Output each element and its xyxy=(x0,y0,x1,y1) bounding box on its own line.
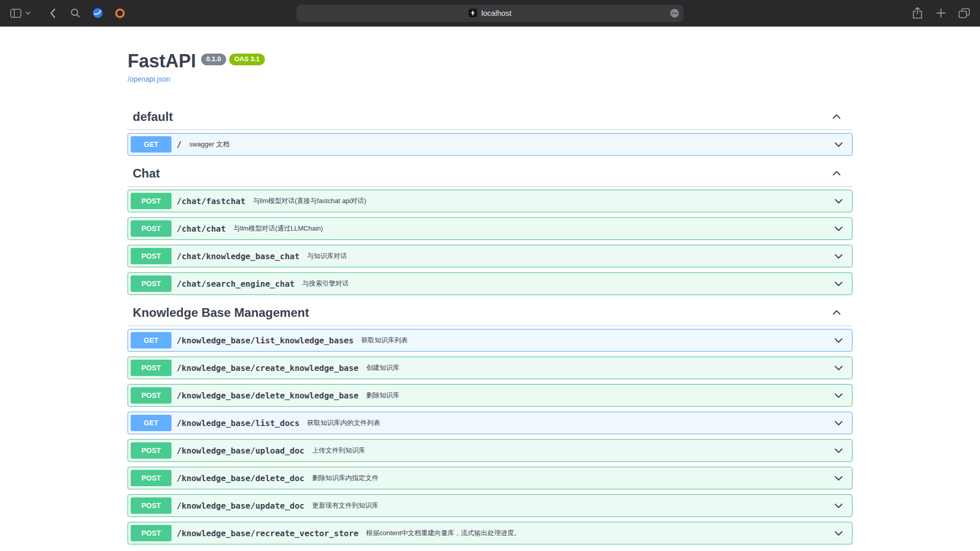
endpoint-path: /chat/search_engine_chat xyxy=(172,279,300,289)
collapse-section-icon[interactable] xyxy=(831,111,842,122)
endpoint-path: /knowledge_base/list_knowledge_bases xyxy=(172,336,359,345)
api-section: Chat POST /chat/fastchat 与llm模型对话(直接与fas… xyxy=(128,161,852,295)
endpoint-path: /chat/chat xyxy=(172,224,231,234)
endpoint-path: /knowledge_base/list_docs xyxy=(172,418,305,428)
expand-operation-icon[interactable] xyxy=(833,278,844,289)
section-title: Knowledge Base Management xyxy=(133,305,309,320)
operation-row: GET /knowledge_base/list_knowledge_bases… xyxy=(128,329,852,352)
operation-list: GET / swagger 文档 xyxy=(128,133,852,156)
http-method-badge: POST xyxy=(131,276,172,292)
http-method-badge: GET xyxy=(131,332,172,348)
operation-summary[interactable]: POST /knowledge_base/upload_doc 上传文件到知识库 xyxy=(128,440,852,461)
operation-summary[interactable]: POST /knowledge_base/recreate_vector_sto… xyxy=(128,522,852,544)
expand-operation-icon[interactable] xyxy=(833,417,844,429)
endpoint-description: 获取知识库内的文件列表 xyxy=(307,418,833,428)
expand-operation-icon[interactable] xyxy=(833,445,844,456)
sidebar-chevron-icon[interactable] xyxy=(24,7,32,20)
endpoint-description: 与搜索引擎对话 xyxy=(302,279,833,288)
expand-operation-icon[interactable] xyxy=(833,139,844,150)
operation-summary[interactable]: POST /chat/search_engine_chat 与搜索引擎对话 xyxy=(128,273,852,294)
api-section: Knowledge Base Management GET /knowledge… xyxy=(128,300,852,544)
http-method-badge: POST xyxy=(131,248,172,264)
section-header[interactable]: default xyxy=(128,104,852,130)
http-method-badge: POST xyxy=(131,193,172,209)
page-menu-icon[interactable] xyxy=(670,8,679,18)
openapi-spec-link[interactable]: /openapi.json xyxy=(128,75,170,83)
operation-summary[interactable]: POST /knowledge_base/delete_knowledge_ba… xyxy=(128,385,852,406)
expand-operation-icon[interactable] xyxy=(833,223,844,234)
endpoint-description: 删除知识库 xyxy=(366,391,833,400)
endpoint-path: /knowledge_base/update_doc xyxy=(172,501,309,511)
http-method-badge: GET xyxy=(131,136,172,153)
expand-operation-icon[interactable] xyxy=(833,362,844,373)
expand-operation-icon[interactable] xyxy=(833,528,844,539)
http-method-badge: POST xyxy=(131,220,172,237)
pinned-site-orange-icon[interactable] xyxy=(113,7,127,20)
operation-row: POST /chat/search_engine_chat 与搜索引擎对话 xyxy=(128,272,852,295)
url-bar[interactable]: localhost xyxy=(297,5,683,22)
operation-summary[interactable]: POST /chat/fastchat 与llm模型对话(直接与fastchat… xyxy=(128,190,852,212)
section-header[interactable]: Chat xyxy=(128,161,852,187)
http-method-badge: POST xyxy=(131,360,172,376)
endpoint-path: /knowledge_base/delete_doc xyxy=(172,473,309,483)
endpoint-description: 根据content中文档重建向量库，流式输出处理进度。 xyxy=(366,529,833,538)
expand-operation-icon[interactable] xyxy=(833,390,844,401)
pinned-site-blue-icon[interactable] xyxy=(91,7,104,20)
endpoint-path: /knowledge_base/create_knowledge_base xyxy=(172,363,363,373)
http-method-badge: POST xyxy=(131,442,172,459)
endpoint-description: 更新现有文件到知识库 xyxy=(312,501,833,510)
expand-operation-icon[interactable] xyxy=(833,500,844,511)
operation-list: GET /knowledge_base/list_knowledge_bases… xyxy=(128,329,852,544)
tab-overview-icon[interactable] xyxy=(958,7,971,20)
collapse-section-icon[interactable] xyxy=(831,168,842,179)
endpoint-path: /chat/fastchat xyxy=(172,196,251,206)
expand-operation-icon[interactable] xyxy=(833,335,844,346)
section-title: default xyxy=(133,109,173,124)
http-method-badge: POST xyxy=(131,387,172,404)
endpoint-description: 与llm模型对话(直接与fastchat api对话) xyxy=(253,196,833,206)
expand-operation-icon[interactable] xyxy=(833,195,844,207)
section-header[interactable]: Knowledge Base Management xyxy=(128,300,852,326)
swagger-ui-page: FastAPI 0.1.0 OAS 3.1 /openapi.json defa… xyxy=(0,27,980,550)
sidebar-toggle-icon[interactable] xyxy=(9,7,22,20)
operation-row: POST /knowledge_base/recreate_vector_sto… xyxy=(128,522,852,544)
endpoint-path: /chat/knowledge_base_chat xyxy=(172,252,305,261)
http-method-badge: POST xyxy=(131,497,172,514)
operation-row: POST /knowledge_base/delete_knowledge_ba… xyxy=(128,384,852,407)
http-method-badge: POST xyxy=(131,525,172,541)
operation-summary[interactable]: POST /chat/chat 与llm模型对话(通过LLMChain) xyxy=(128,218,852,239)
http-method-badge: GET xyxy=(131,415,172,431)
operation-summary[interactable]: POST /knowledge_base/create_knowledge_ba… xyxy=(128,357,852,379)
operation-summary[interactable]: GET /knowledge_base/list_docs 获取知识库内的文件列… xyxy=(128,412,852,434)
endpoint-description: 删除知识库内指定文件 xyxy=(312,473,833,483)
collapse-section-icon[interactable] xyxy=(831,307,842,318)
section-title: Chat xyxy=(133,166,160,181)
endpoint-description: 上传文件到知识库 xyxy=(312,446,833,455)
endpoint-description: 创建知识库 xyxy=(366,363,833,372)
endpoint-description: 与llm模型对话(通过LLMChain) xyxy=(233,224,833,233)
operation-summary[interactable]: POST /chat/knowledge_base_chat 与知识库对话 xyxy=(128,245,852,267)
api-info: FastAPI 0.1.0 OAS 3.1 /openapi.json xyxy=(128,27,852,84)
api-sections: default GET / swagger 文档 Chat xyxy=(128,104,852,544)
operation-list: POST /chat/fastchat 与llm模型对话(直接与fastchat… xyxy=(128,190,852,295)
endpoint-description: swagger 文档 xyxy=(189,140,833,149)
share-icon[interactable] xyxy=(911,7,924,20)
operation-row: GET /knowledge_base/list_docs 获取知识库内的文件列… xyxy=(128,412,852,434)
endpoint-path: /knowledge_base/upload_doc xyxy=(172,446,309,456)
operation-summary[interactable]: GET / swagger 文档 xyxy=(128,134,852,155)
search-icon[interactable] xyxy=(68,7,82,20)
endpoint-description: 与知识库对话 xyxy=(307,252,833,261)
expand-operation-icon[interactable] xyxy=(833,472,844,484)
endpoint-description: 获取知识库列表 xyxy=(361,336,833,345)
version-badge: 0.1.0 xyxy=(201,54,226,65)
operation-summary[interactable]: POST /knowledge_base/delete_doc 删除知识库内指定… xyxy=(128,467,852,489)
operation-summary[interactable]: POST /knowledge_base/update_doc 更新现有文件到知… xyxy=(128,495,852,516)
operation-row: GET / swagger 文档 xyxy=(128,133,852,156)
operation-summary[interactable]: GET /knowledge_base/list_knowledge_bases… xyxy=(128,330,852,351)
back-button-icon[interactable] xyxy=(46,7,59,20)
new-tab-icon[interactable] xyxy=(934,7,947,20)
endpoint-path: / xyxy=(172,140,187,149)
browser-toolbar: localhost xyxy=(0,0,980,27)
page-title: FastAPI xyxy=(128,50,196,72)
expand-operation-icon[interactable] xyxy=(833,251,844,262)
